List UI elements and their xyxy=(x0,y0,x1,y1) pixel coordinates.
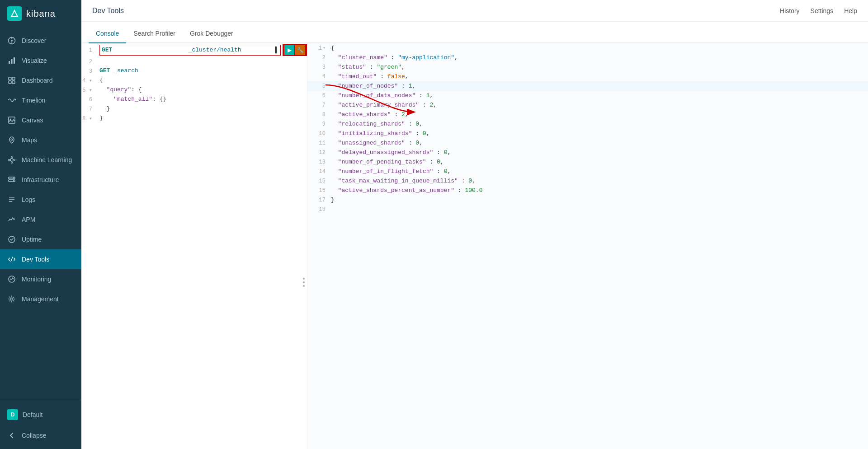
line-content: } xyxy=(98,114,307,123)
svg-point-2 xyxy=(11,40,13,42)
topbar: Dev Tools History Settings Help xyxy=(81,0,868,22)
line-content: "cluster_name" : "my-application", xyxy=(329,53,868,62)
sidebar-item-label: Uptime xyxy=(22,236,42,243)
svg-rect-8 xyxy=(9,77,11,80)
sidebar-item-ml[interactable]: Machine Learning xyxy=(0,150,81,170)
line-number: 17 xyxy=(319,196,326,205)
sidebar-item-timelion[interactable]: Timelion xyxy=(0,90,81,110)
line-number: 10 xyxy=(319,129,326,138)
output-line-18: 18 xyxy=(307,205,868,214)
sidebar-item-canvas[interactable]: Canvas xyxy=(0,110,81,130)
sidebar-item-label: Dev Tools xyxy=(22,256,49,263)
logo[interactable]: kibana xyxy=(0,0,81,27)
code-line-7: 7 } xyxy=(81,104,307,114)
line-number: 2 xyxy=(322,53,326,62)
sidebar-item-visualize[interactable]: Visualize xyxy=(0,51,81,70)
line-number: 18 xyxy=(319,205,326,214)
output-line-1: 1 ▾ { xyxy=(307,43,868,53)
editor-output-panel: 1 ▾ { 2 "cluster_name" : "my-application… xyxy=(307,43,868,449)
sidebar-item-collapse[interactable]: Collapse xyxy=(0,426,81,445)
tab-search-profiler[interactable]: Search Profiler xyxy=(126,24,183,43)
sidebar-item-label: Management xyxy=(22,295,59,303)
svg-point-17 xyxy=(11,162,13,164)
sidebar-item-label: Default xyxy=(23,411,42,418)
editor-area: 1 GET _cluster/health ▌ ▶ 🔧 2 3 GET xyxy=(81,43,868,449)
sidebar-item-logs[interactable]: Logs xyxy=(0,190,81,210)
sidebar-item-label: Infrastructure xyxy=(22,176,59,183)
output-line-11: 11 "unassigned_shards" : 0, xyxy=(307,138,868,148)
line-number: 2 xyxy=(81,57,98,66)
run-button[interactable]: ▶ xyxy=(284,45,294,55)
sidebar: kibana Discover xyxy=(0,0,81,449)
line-number: 4 xyxy=(322,72,326,81)
sidebar-item-label: Canvas xyxy=(22,117,43,124)
line-content: { xyxy=(329,44,868,53)
tab-console[interactable]: Console xyxy=(89,24,126,43)
sidebar-item-apm[interactable]: APM xyxy=(0,210,81,229)
settings-button[interactable]: 🔧 xyxy=(295,45,305,55)
history-link[interactable]: History xyxy=(780,7,800,14)
line-content: GET _search xyxy=(98,66,307,75)
line-number: 4 ▾ xyxy=(81,76,98,85)
line-number: 8 ▾ xyxy=(81,114,98,123)
sidebar-item-discover[interactable]: Discover xyxy=(0,31,81,51)
svg-rect-7 xyxy=(14,57,15,64)
map-icon xyxy=(7,136,16,145)
line-content: { xyxy=(98,76,307,85)
sidebar-item-dashboard[interactable]: Dashboard xyxy=(0,70,81,90)
user-avatar: D xyxy=(7,409,18,420)
line-number: 13 xyxy=(319,158,326,167)
svg-line-32 xyxy=(11,257,13,262)
line-number: 1 xyxy=(81,46,98,55)
ml-icon xyxy=(7,155,16,164)
line-content: } xyxy=(98,104,307,113)
sidebar-item-management[interactable]: Management xyxy=(0,289,81,309)
sidebar-item-label: Machine Learning xyxy=(22,156,72,164)
line-number: 15 xyxy=(319,177,326,186)
sidebar-item-default[interactable]: D Default xyxy=(0,404,81,426)
uptime-icon xyxy=(7,235,16,244)
sidebar-item-maps[interactable]: Maps xyxy=(0,130,81,150)
code-line-8: 8 ▾ } xyxy=(81,114,307,123)
svg-point-27 xyxy=(13,180,14,181)
code-line-2: 2 xyxy=(81,57,307,66)
sidebar-item-label: Discover xyxy=(22,37,46,44)
sidebar-item-infrastructure[interactable]: Infrastructure xyxy=(0,170,81,190)
line-content: "query": { xyxy=(98,85,307,94)
svg-rect-5 xyxy=(9,61,10,64)
line-number: 5 xyxy=(322,82,326,91)
code-line-1: 1 GET _cluster/health ▌ ▶ 🔧 xyxy=(81,43,307,57)
line-content: "timed_out" : false, xyxy=(329,72,868,81)
editor-input-panel: 1 GET _cluster/health ▌ ▶ 🔧 2 3 GET xyxy=(81,43,307,449)
chevron-down-icon[interactable]: ▾ xyxy=(323,44,326,53)
action-buttons: ▶ 🔧 xyxy=(283,44,307,56)
svg-point-14 xyxy=(11,139,13,140)
wave-icon xyxy=(7,96,16,105)
sidebar-item-devtools[interactable]: Dev Tools xyxy=(0,249,81,269)
code-line-5: 5 ▾ "query": { xyxy=(81,85,307,95)
line-number: 11 xyxy=(319,139,326,148)
line-number: 7 xyxy=(81,104,98,114)
divider-handle[interactable] xyxy=(303,278,305,287)
logs-icon xyxy=(7,195,16,204)
tab-grok-debugger[interactable]: Grok Debugger xyxy=(183,24,241,43)
line-content: "number_of_data_nodes" : 1, xyxy=(329,91,868,100)
line-number: 16 xyxy=(319,186,326,195)
sidebar-item-uptime[interactable]: Uptime xyxy=(0,229,81,249)
line-number: 7 xyxy=(322,101,326,110)
line-content: "task_max_waiting_in_queue_millis" : 0, xyxy=(329,177,868,186)
settings-link[interactable]: Settings xyxy=(811,7,834,14)
line-content: "delayed_unassigned_shards" : 0, xyxy=(329,148,868,157)
line-number: 3 xyxy=(81,66,98,76)
help-link[interactable]: Help xyxy=(844,7,857,14)
sidebar-item-label: APM xyxy=(22,216,35,223)
output-line-13: 13 "number_of_pending_tasks" : 0, xyxy=(307,157,868,167)
svg-point-18 xyxy=(9,159,10,161)
management-icon xyxy=(7,295,16,304)
output-line-10: 10 "initializing_shards" : 0, xyxy=(307,129,868,138)
chart-icon xyxy=(7,56,16,65)
devtools-icon xyxy=(7,255,16,264)
sidebar-item-monitoring[interactable]: Monitoring xyxy=(0,269,81,289)
line-content: "active_shards_percent_as_number" : 100.… xyxy=(329,186,868,195)
line-content: "number_of_pending_tasks" : 0, xyxy=(329,158,868,167)
